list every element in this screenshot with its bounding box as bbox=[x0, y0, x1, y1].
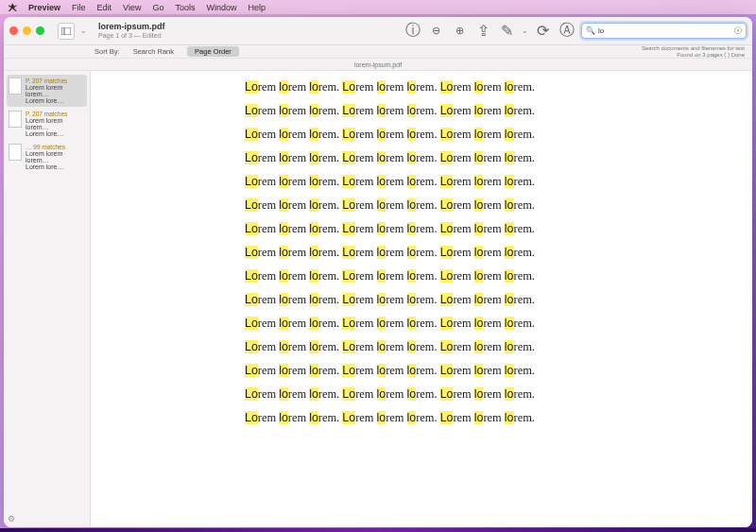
rotate-icon: ⟳ bbox=[537, 22, 549, 40]
menu-tools[interactable]: Tools bbox=[175, 3, 195, 12]
share-button[interactable]: ⇪ bbox=[474, 22, 492, 40]
search-highlight: lo bbox=[309, 340, 318, 353]
search-highlight: Lo bbox=[440, 340, 454, 353]
search-highlight: Lo bbox=[440, 411, 454, 424]
sidebar-toggle-button[interactable] bbox=[58, 23, 75, 40]
search-highlight: Lo bbox=[440, 175, 454, 188]
search-highlight: Lo bbox=[440, 151, 454, 164]
search-highlight: lo bbox=[377, 80, 387, 94]
document-line: Lorem lorem lorem. Lorem lorem lorem. Lo… bbox=[245, 80, 700, 94]
search-highlight: lo bbox=[407, 340, 417, 353]
sidebar-menu-chevron-icon[interactable]: ⌄ bbox=[80, 26, 87, 35]
search-highlight: Lo bbox=[342, 246, 355, 259]
search-highlight: lo bbox=[309, 151, 318, 164]
info-button[interactable]: ⓘ bbox=[404, 22, 421, 40]
search-highlight: lo bbox=[377, 387, 387, 401]
search-highlight: Lo bbox=[245, 364, 258, 377]
search-input[interactable] bbox=[598, 26, 731, 35]
menu-view[interactable]: View bbox=[123, 3, 141, 12]
search-highlight: Lo bbox=[245, 340, 258, 353]
search-caption-line2: Found on 3 pages ⟨ ⟩ Done bbox=[642, 52, 745, 59]
match-preview: Lorem lorem bbox=[26, 150, 85, 157]
search-highlight: Lo bbox=[440, 246, 454, 259]
system-menubar: 🟊 Preview File Edit View Go Tools Window… bbox=[0, 0, 756, 14]
zoom-out-button[interactable]: ⊖ bbox=[427, 22, 445, 40]
search-highlight: lo bbox=[474, 198, 484, 212]
pencil-circle-icon: Ⓐ bbox=[559, 21, 575, 41]
document-line: Lorem lorem lorem. Lorem lorem lorem. Lo… bbox=[245, 293, 700, 307]
search-highlight: lo bbox=[377, 104, 387, 117]
search-highlight: lo bbox=[279, 340, 288, 353]
sidebar-result-item[interactable]: … 99 matchesLorem loremlorem…Lorem lore… bbox=[7, 141, 87, 173]
search-highlight: lo bbox=[309, 222, 318, 235]
sidebar-icon bbox=[61, 27, 71, 35]
minimize-window-button[interactable] bbox=[23, 26, 31, 35]
sidebar-result-item[interactable]: P. 207 matchesLorem loremlorem…Lorem lor… bbox=[7, 75, 87, 107]
menu-go[interactable]: Go bbox=[152, 3, 163, 12]
search-highlight: lo bbox=[505, 269, 514, 283]
menu-edit[interactable]: Edit bbox=[97, 3, 112, 12]
search-highlight: lo bbox=[505, 340, 514, 353]
search-highlight: Lo bbox=[342, 175, 355, 188]
search-highlight: Lo bbox=[440, 293, 454, 306]
search-highlight: lo bbox=[309, 246, 318, 259]
document-line: Lorem lorem lorem. Lorem lorem lorem. Lo… bbox=[245, 128, 700, 142]
page-thumbnail bbox=[9, 111, 22, 128]
search-highlight: Lo bbox=[245, 151, 258, 164]
menu-help[interactable]: Help bbox=[248, 3, 266, 12]
search-highlight: Lo bbox=[342, 198, 355, 212]
search-highlight: lo bbox=[407, 317, 417, 330]
search-highlight: lo bbox=[309, 411, 318, 424]
search-highlight: lo bbox=[505, 293, 514, 306]
search-highlight: lo bbox=[279, 104, 288, 117]
zoom-in-icon: ⊕ bbox=[455, 25, 464, 37]
sidebar-result-item[interactable]: P. 207 matchesLorem loremlorem…Lorem lor… bbox=[7, 108, 87, 140]
search-highlight: Lo bbox=[440, 364, 454, 377]
sidebar-actions-button[interactable]: ⚙ bbox=[8, 514, 15, 523]
sort-by-rank-button[interactable]: Search Rank bbox=[126, 46, 181, 57]
match-preview: Lorem lore… bbox=[26, 130, 85, 137]
search-highlight: lo bbox=[279, 222, 288, 235]
match-count: P. 207 matches bbox=[26, 77, 85, 84]
menu-file[interactable]: File bbox=[72, 3, 86, 12]
search-highlight: Lo bbox=[440, 387, 454, 401]
search-highlight: lo bbox=[377, 411, 387, 424]
search-field[interactable]: 🔍 ⓧ bbox=[581, 23, 747, 39]
search-highlight: lo bbox=[505, 104, 514, 117]
search-highlight: lo bbox=[279, 387, 288, 401]
search-highlight: lo bbox=[309, 175, 318, 188]
document-title-block: lorem-ipsum.pdf Page 1 of 3 — Edited bbox=[98, 23, 165, 39]
highlight-menu-chevron-icon[interactable]: ⌄ bbox=[522, 26, 528, 35]
highlight-button[interactable]: ✎ bbox=[498, 22, 516, 40]
search-highlight: Lo bbox=[342, 364, 355, 377]
search-highlight: Lo bbox=[245, 317, 258, 330]
search-highlight: lo bbox=[407, 269, 417, 283]
search-highlight: Lo bbox=[245, 175, 258, 188]
search-highlight: lo bbox=[474, 317, 484, 330]
search-highlight: lo bbox=[474, 246, 484, 259]
search-highlight: Lo bbox=[440, 104, 454, 117]
zoom-window-button[interactable] bbox=[36, 26, 44, 35]
search-highlight: lo bbox=[309, 269, 318, 283]
rotate-button[interactable]: ⟳ bbox=[534, 22, 552, 40]
search-highlight: lo bbox=[309, 128, 318, 141]
search-highlight: lo bbox=[279, 246, 288, 259]
search-highlight: Lo bbox=[245, 198, 258, 212]
zoom-in-button[interactable]: ⊕ bbox=[451, 22, 469, 40]
sort-by-order-button[interactable]: Page Order bbox=[187, 46, 239, 57]
clear-search-button[interactable]: ⓧ bbox=[734, 26, 742, 36]
apple-menu-icon[interactable]: 🟊 bbox=[8, 2, 17, 12]
close-window-button[interactable] bbox=[9, 26, 18, 35]
document-line: Lorem lorem lorem. Lorem lorem lorem. Lo… bbox=[245, 198, 700, 213]
search-highlight: lo bbox=[377, 128, 387, 141]
document-viewport[interactable]: Lorem lorem lorem. Lorem lorem lorem. Lo… bbox=[91, 71, 752, 527]
document-line: Lorem lorem lorem. Lorem lorem lorem. Lo… bbox=[245, 246, 700, 260]
search-highlight: lo bbox=[309, 80, 318, 94]
search-highlight: lo bbox=[279, 151, 288, 164]
search-highlight: lo bbox=[377, 269, 387, 283]
markup-button[interactable]: Ⓐ bbox=[558, 22, 576, 40]
menu-app[interactable]: Preview bbox=[28, 3, 60, 12]
search-highlight: Lo bbox=[245, 128, 258, 141]
search-highlight: Lo bbox=[342, 151, 355, 164]
menu-window[interactable]: Window bbox=[206, 3, 236, 12]
